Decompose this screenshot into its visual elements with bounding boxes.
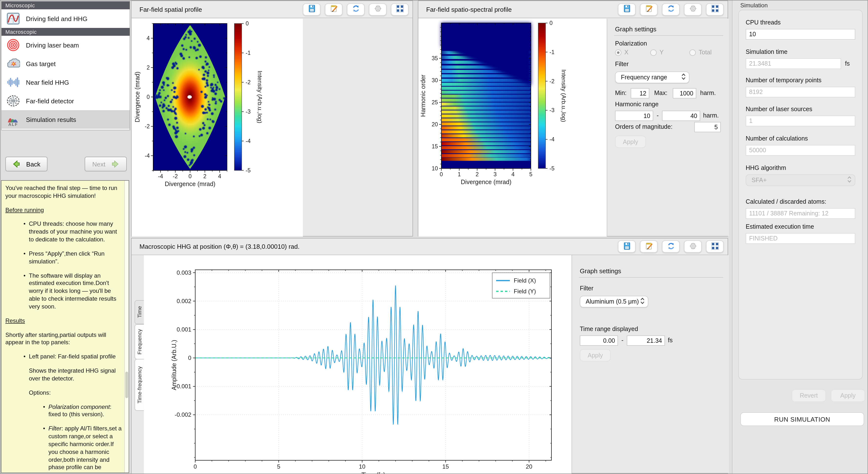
- spectral-heatmap-plot: 012345101520253035Divergence (mrad)Harmo…: [418, 19, 607, 237]
- svg-text:0: 0: [246, 20, 249, 27]
- near-field-icon: [6, 76, 20, 89]
- graph-settings-title: Graph settings: [580, 267, 621, 275]
- edit-button[interactable]: [325, 3, 342, 16]
- sidebar-item-far-field-detector[interactable]: Far-field detector: [1, 92, 130, 110]
- sim-apply-button[interactable]: Apply: [831, 389, 865, 402]
- edit-button[interactable]: [640, 240, 658, 253]
- back-button[interactable]: Back: [5, 157, 48, 171]
- settings-gear-button[interactable]: [684, 240, 702, 253]
- min-input[interactable]: [631, 88, 649, 98]
- settings-gear-button[interactable]: [684, 3, 702, 16]
- svg-text:Divergence (mrad): Divergence (mrad): [165, 180, 215, 187]
- svg-text:-3: -3: [550, 107, 554, 113]
- radio-label: Y: [659, 49, 664, 56]
- help-text-block: Press “Apply”,then click “Run simulation…: [29, 250, 123, 266]
- run-simulation-button[interactable]: RUN SIMULATION: [740, 412, 864, 426]
- time-max-input[interactable]: [627, 335, 665, 346]
- save-button[interactable]: [618, 3, 636, 16]
- refresh-button[interactable]: [662, 3, 680, 16]
- save-icon: [623, 242, 631, 251]
- filter-label: Filter: [615, 61, 629, 67]
- dropdown-chevrons-icon: [641, 297, 644, 306]
- refresh-button[interactable]: [347, 3, 365, 16]
- svg-text:35: 35: [432, 55, 438, 61]
- svg-text:0: 0: [189, 173, 192, 179]
- tab-time-frequency[interactable]: Time-frequency: [134, 359, 144, 411]
- panel-title: Far-field spatial profile: [140, 6, 202, 13]
- edit-icon: [645, 242, 653, 251]
- back-label: Back: [26, 160, 40, 168]
- svg-text:0: 0: [440, 171, 443, 178]
- polarization-radio-total[interactable]: Total: [689, 49, 712, 56]
- plot-toolbar: [618, 3, 724, 16]
- edit-button[interactable]: [640, 3, 658, 16]
- max-input[interactable]: [673, 88, 696, 98]
- time-min-input[interactable]: [580, 335, 618, 346]
- sidebar-item-label: Far-field detector: [26, 97, 74, 105]
- sim-field-label: Number of calculations: [746, 135, 855, 142]
- polarization-radio-group: XYTotal: [615, 49, 725, 56]
- expand-button[interactable]: [391, 3, 408, 16]
- driving-field-icon: [6, 12, 20, 26]
- help-text-block: Options:: [29, 389, 123, 397]
- svg-text:0: 0: [193, 463, 197, 470]
- sim-field-input: 8192: [746, 87, 855, 97]
- help-scrollbar-thumb[interactable]: [125, 372, 128, 398]
- sidebar-item-driving-field-and-hhg[interactable]: Driving field and HHG: [1, 9, 130, 28]
- edit-icon: [330, 4, 338, 14]
- sidebar-item-gas-target[interactable]: Gas target: [1, 54, 130, 73]
- sidebar-item-near-field-hhg[interactable]: Near field HHG: [1, 73, 130, 92]
- filter-dropdown[interactable]: Aluminium (0.5 μm): [580, 296, 648, 307]
- expand-button[interactable]: [706, 240, 724, 253]
- svg-text:Field (Y): Field (Y): [514, 288, 536, 295]
- sidebar-item-label: Driving field and HHG: [26, 15, 87, 22]
- save-button[interactable]: [618, 240, 636, 253]
- panel-title: Far-field spatio-spectral profile: [426, 6, 512, 13]
- sidebar-section-macroscopic: Macroscopic: [1, 28, 130, 36]
- polarization-radio-x[interactable]: X: [615, 49, 650, 56]
- settings-gear-icon: [689, 242, 697, 251]
- harm-unit-label: harm.: [703, 112, 719, 119]
- svg-text:-5: -5: [246, 167, 250, 174]
- save-button[interactable]: [303, 3, 320, 16]
- far-field-spatial-panel: Far-field spatial profile -4-2024-4-2024…: [131, 0, 413, 237]
- expand-button[interactable]: [706, 3, 724, 16]
- sim-field-label: Number of temporary points: [746, 77, 855, 84]
- help-text-block: Results: [5, 317, 123, 325]
- apply-button[interactable]: Apply: [580, 349, 611, 361]
- harmonic-min-input[interactable]: [615, 111, 653, 121]
- polarization-radio-y[interactable]: Y: [650, 49, 689, 56]
- svg-text:3: 3: [493, 171, 497, 178]
- svg-text:15: 15: [432, 143, 438, 150]
- radio-label: Total: [699, 49, 712, 56]
- filter-dropdown[interactable]: Frequency range: [615, 71, 689, 83]
- laser-beam-icon: [6, 38, 20, 52]
- sidebar-item-driving-laser-beam[interactable]: Driving laser beam: [1, 36, 130, 54]
- sidebar-item-simulation-results[interactable]: ALFSimulation results: [1, 110, 130, 129]
- sim-field-calculated-discarded-atoms-: Calculated / discarded atoms:11101 / 388…: [746, 198, 855, 219]
- revert-button[interactable]: Revert: [792, 389, 826, 402]
- sim-field-value: SFA+: [751, 177, 767, 184]
- harmonic-max-input[interactable]: [662, 111, 700, 121]
- graph-settings-title: Graph settings: [615, 26, 656, 33]
- panel-title: Macroscopic HHG at position (Φ,θ) = (3.1…: [140, 243, 300, 250]
- svg-text:-2: -2: [173, 173, 178, 179]
- orders-of-magnitude-input[interactable]: [694, 122, 721, 132]
- hhg-waveform-chart: 051015200.0030.0020.0010-0.001-0.002Time…: [144, 255, 571, 474]
- range-dash: -: [657, 112, 659, 119]
- max-label: Max:: [654, 90, 668, 96]
- tab-time[interactable]: Time: [134, 300, 144, 324]
- apply-button[interactable]: Apply: [615, 136, 646, 148]
- svg-text:ALF: ALF: [8, 122, 18, 126]
- sim-field-input[interactable]: 10: [746, 29, 855, 40]
- help-scrollbar[interactable]: [124, 181, 129, 473]
- simulation-title: Simulation: [740, 2, 768, 9]
- refresh-button[interactable]: [662, 240, 680, 253]
- tab-frequency[interactable]: Frequency: [134, 324, 144, 359]
- next-button[interactable]: Next: [85, 157, 127, 171]
- svg-text:30: 30: [432, 77, 438, 84]
- svg-text:-4: -4: [550, 136, 555, 143]
- sim-field-input: 11101 / 38887 Remaining: 12: [746, 208, 855, 219]
- far-field-spectral-panel: Far-field spatio-spectral profile 012345…: [418, 0, 728, 237]
- settings-gear-button[interactable]: [369, 3, 386, 16]
